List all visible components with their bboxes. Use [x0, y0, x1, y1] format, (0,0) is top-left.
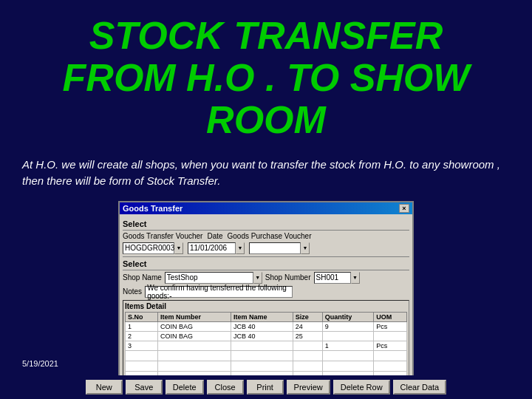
cell-2-0[interactable]: 3	[126, 341, 158, 350]
empty-cell-0-0	[126, 350, 158, 361]
voucher-group: Goods Transfer Voucher	[123, 232, 202, 240]
empty-cell-0-3	[293, 350, 322, 361]
purchase-input[interactable]	[249, 242, 301, 254]
date-input[interactable]: 11/01/2006	[188, 242, 236, 254]
date-bottom: 5/19/2021	[22, 359, 58, 368]
shop-name-dropdown-btn[interactable]: ▼	[253, 272, 262, 284]
empty-cell-1-5	[374, 361, 407, 371]
cell-2-5: Pcs	[374, 341, 407, 350]
dialog-container: Goods Transfer × Select Goods Transfer V…	[0, 201, 532, 391]
new-button[interactable]: New	[86, 380, 123, 395]
cell-2-2[interactable]	[231, 341, 293, 350]
voucher-label: Goods Transfer Voucher	[123, 232, 202, 240]
empty-cell-1-3	[293, 361, 322, 371]
date-dropdown-btn[interactable]: ▼	[236, 242, 245, 254]
table-row-empty	[126, 350, 407, 361]
voucher-input[interactable]: HOGDGR0003	[123, 242, 174, 254]
cell-0-0[interactable]: 1	[126, 321, 158, 331]
cell-1-0[interactable]: 2	[126, 331, 158, 341]
title-line1: STOCK TRANSFER	[15, 15, 517, 57]
cell-1-5	[374, 331, 407, 341]
cell-1-4	[322, 331, 373, 341]
col-item-name: Item Name	[231, 312, 293, 321]
dialog-body: Select Goods Transfer Voucher Date Goods…	[120, 214, 412, 389]
voucher-field-wrap: HOGDGR0003 ▼	[123, 242, 183, 254]
shop-row: Shop Name TestShop ▼ Shop Number SH001 ▼	[123, 272, 409, 284]
empty-cell-0-5	[374, 350, 407, 361]
cell-0-2[interactable]: JCB 40	[231, 321, 293, 331]
purchase-field-wrap: ▼	[249, 242, 310, 254]
cell-1-3: 25	[293, 331, 322, 341]
empty-cell-1-1	[157, 361, 231, 371]
preview-button[interactable]: Preview	[287, 380, 330, 395]
delete-row-button[interactable]: Delete Row	[333, 380, 390, 395]
items-section: Items Detail S.No Item Number Item Name …	[123, 300, 409, 384]
top-form-row: Goods Transfer Voucher Date Goods Purcha…	[123, 232, 409, 240]
empty-cell-1-2	[231, 361, 293, 371]
col-sno: S.No	[126, 312, 158, 321]
items-table: S.No Item Number Item Name Size Quantity…	[125, 312, 407, 382]
subtitle-text: At H.O. we will create all shops, when y…	[0, 149, 532, 197]
col-size: Size	[293, 312, 322, 321]
shop-number-dropdown-btn[interactable]: ▼	[351, 272, 360, 284]
shop-name-label: Shop Name	[123, 273, 162, 282]
shop-name-wrap: TestShop ▼	[165, 272, 262, 284]
close-button[interactable]: Close	[207, 380, 244, 395]
select-section-label: Select	[123, 219, 409, 228]
empty-cell-0-2	[231, 350, 293, 361]
select2-section-label: Select	[123, 259, 409, 268]
table-row-empty	[126, 361, 407, 371]
shop-number-wrap: SH001 ▼	[314, 272, 360, 284]
empty-cell-0-1	[157, 350, 231, 361]
empty-cell-0-4	[322, 350, 373, 361]
dialog-titlebar: Goods Transfer ×	[120, 202, 412, 214]
cell-0-5: Pcs	[374, 321, 407, 331]
cell-1-1[interactable]: COIN BAG	[157, 331, 231, 341]
date-label: Date	[207, 232, 222, 240]
items-title: Items Detail	[125, 302, 407, 310]
title-line2: FROM H.O . TO SHOW ROOM	[15, 57, 517, 141]
delete-button[interactable]: Delete	[166, 380, 204, 395]
purchase-dropdown-btn[interactable]: ▼	[301, 242, 310, 254]
notes-input[interactable]: We confirm having tensferred the followi…	[145, 286, 293, 298]
main-title: STOCK TRANSFER FROM H.O . TO SHOW ROOM	[15, 15, 517, 142]
cell-0-4: 9	[322, 321, 373, 331]
table-row: 2COIN BAGJCB 4025	[126, 331, 407, 341]
col-item-number: Item Number	[157, 312, 231, 321]
clear-data-button[interactable]: Clear Data	[393, 380, 447, 395]
purchase-label: Goods Purchase Voucher	[228, 232, 312, 240]
cell-2-1[interactable]	[157, 341, 231, 350]
empty-cell-1-0	[126, 361, 158, 371]
top-form-row2: HOGDGR0003 ▼ 11/01/2006 ▼ ▼	[123, 242, 409, 254]
dialog: Goods Transfer × Select Goods Transfer V…	[118, 201, 414, 391]
date-field-wrap: 11/01/2006 ▼	[188, 242, 245, 254]
empty-cell-1-4	[322, 361, 373, 371]
print-button[interactable]: Print	[247, 380, 284, 395]
cell-2-4: 1	[322, 341, 373, 350]
shop-name-input[interactable]: TestShop	[165, 272, 253, 284]
table-row: 1COIN BAGJCB 40249Pcs	[126, 321, 407, 331]
shop-number-label: Shop Number	[265, 273, 311, 282]
voucher-dropdown-btn[interactable]: ▼	[174, 242, 183, 254]
table-row: 31Pcs	[126, 341, 407, 350]
cell-0-1[interactable]: COIN BAG	[157, 321, 231, 331]
button-bar: NewSaveDeleteClosePrintPreviewDelete Row…	[0, 375, 532, 399]
notes-label: Notes	[123, 287, 142, 296]
cell-0-3: 24	[293, 321, 322, 331]
notes-row: Notes We confirm having tensferred the f…	[123, 286, 409, 298]
col-quantity: Quantity	[322, 312, 373, 321]
save-button[interactable]: Save	[126, 380, 163, 395]
cell-2-3	[293, 341, 322, 350]
dialog-close-button[interactable]: ×	[399, 204, 409, 213]
title-area: STOCK TRANSFER FROM H.O . TO SHOW ROOM	[0, 0, 532, 149]
col-uom: UOM	[374, 312, 407, 321]
date-group: Date	[207, 232, 222, 240]
dialog-title: Goods Transfer	[123, 204, 183, 213]
purchase-group: Goods Purchase Voucher	[228, 232, 312, 240]
cell-1-2[interactable]: JCB 40	[231, 331, 293, 341]
shop-number-input[interactable]: SH001	[314, 272, 351, 284]
